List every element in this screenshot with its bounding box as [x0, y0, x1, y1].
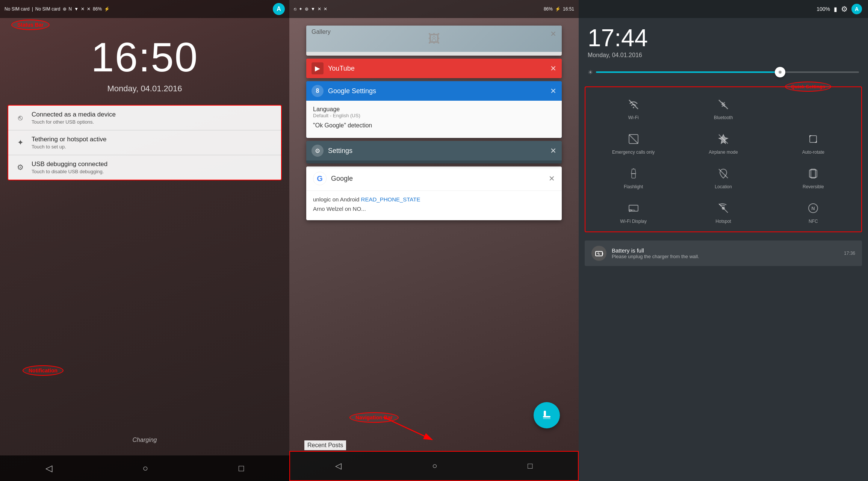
recent2-icon[interactable]: □	[528, 461, 532, 471]
location-qs-icon	[716, 166, 731, 181]
settings-close-btn[interactable]: ✕	[550, 146, 556, 155]
charge-icon: ⚡	[104, 6, 110, 12]
svg-rect-13	[632, 174, 635, 178]
qs-emergency-label: Emergency calls only	[612, 150, 655, 155]
svg-line-9	[629, 135, 638, 144]
youtube-card[interactable]: ▶ YouTube ✕	[306, 59, 562, 78]
quick-settings-panel: 100% ▮ ⚙ A 17:44 Monday, 04.01.2016 ☀ ✶ …	[579, 0, 868, 481]
user-avatar[interactable]: A	[273, 3, 285, 15]
google-card-close-btn[interactable]: ✕	[549, 174, 555, 183]
qs-flashlight-label: Flashlight	[624, 184, 643, 189]
googlesettings-close-btn[interactable]: ✕	[550, 86, 556, 95]
qs-airplane-label: Airplane mode	[709, 150, 738, 155]
settings-gear-icon[interactable]: ⚙	[841, 5, 848, 14]
recent-posts-label: Recent Posts	[304, 440, 346, 450]
signal-icon: ✕	[81, 6, 85, 12]
settings-card[interactable]: ⚙ Settings ✕	[306, 141, 562, 163]
usb-status-icon: ⎋	[294, 6, 296, 12]
brightness-thumb[interactable]: ✶	[775, 67, 785, 77]
flashlight-qs-icon	[626, 166, 641, 181]
qs-location[interactable]: Location	[679, 160, 767, 193]
notif-usb[interactable]: ⎋ Connected as a media device Touch for …	[8, 106, 281, 130]
bt2-icon: ✦	[299, 6, 302, 12]
svg-line-7	[719, 100, 728, 109]
google-card-header: G Google ✕	[306, 166, 562, 191]
cast-qs-icon	[626, 201, 641, 216]
qs-wifi[interactable]: Wi-Fi	[589, 91, 677, 124]
google-card[interactable]: G Google ✕ unlogic on Android READ_PHONE…	[306, 166, 562, 220]
gs-language-sublabel: Default - English (US)	[313, 113, 555, 118]
notif-debug[interactable]: ⚙ USB debugging connected Touch to disab…	[8, 155, 281, 180]
qs-flashlight[interactable]: Flashlight	[589, 160, 677, 193]
youtube-title: YouTube	[328, 65, 355, 73]
googlesettings-title-area: 8 Google Settings	[312, 85, 376, 97]
qs-autorotate[interactable]: Auto-rotate	[769, 126, 857, 159]
qs-bluetooth[interactable]: Bluetooth	[679, 91, 767, 124]
qs-bluetooth-label: Bluetooth	[714, 115, 733, 120]
qs-location-label: Location	[715, 184, 732, 189]
qs-hotspot-label: Hotspot	[715, 219, 731, 224]
recent-apps-panel: ⎋ ✦ ⊛ ▼ ✕ ✕ 86% ⚡ 16:51 🖼 ✕ Gallery	[289, 0, 579, 481]
status-time: 16:51	[563, 6, 574, 12]
bt-qs-icon	[716, 97, 731, 112]
lock-screen-panel: No SIM card | No SIM card ⊛ N ▼ ✕ ✕ 86% …	[0, 0, 289, 481]
svg-rect-17	[811, 169, 815, 178]
sim2-text: No SIM card	[35, 6, 60, 12]
battery-notification[interactable]: Battery is full Please unplug the charge…	[585, 240, 862, 266]
qs-nfc[interactable]: N NFC	[769, 195, 857, 228]
battery3-text: 100%	[817, 6, 830, 12]
svg-rect-18	[629, 205, 638, 211]
qs-time: 17:44	[588, 24, 859, 52]
fab-button[interactable]	[534, 402, 560, 428]
qs-airplane[interactable]: Airplane mode	[679, 126, 767, 159]
battery-notif-title: Battery is full	[612, 247, 839, 254]
notif-usb-title: Connected as a media device	[32, 111, 116, 118]
navbar-annotation: Navigation Bar	[349, 412, 399, 423]
quick-settings-annotation: Quick Settings	[785, 82, 831, 92]
time-display3: 17:44 Monday, 04.01.2016	[579, 18, 868, 62]
qs-reversible[interactable]: Reversible	[769, 160, 857, 193]
brightness-slider[interactable]: ☀ ✶	[588, 65, 859, 79]
status-bar2: ⎋ ✦ ⊛ ▼ ✕ ✕ 86% ⚡ 16:51	[289, 0, 579, 18]
youtube-close-btn[interactable]: ✕	[550, 64, 556, 73]
home-icon[interactable]: ○	[143, 463, 148, 473]
usb-icon: ⎋	[15, 112, 26, 123]
google-item1-text: unlogic on Android	[313, 196, 361, 203]
qs-hotspot[interactable]: Hotspot	[679, 195, 767, 228]
google-card-title: Google	[331, 175, 353, 183]
qs-emergency[interactable]: Emergency calls only	[589, 126, 677, 159]
gallery-card[interactable]: 🖼 ✕ Gallery	[306, 26, 562, 56]
reversible-qs-icon	[806, 166, 821, 181]
settings-title: Settings	[328, 147, 352, 155]
back-icon[interactable]: ◁	[45, 463, 52, 473]
qs-wifidisplay[interactable]: Wi-Fi Display	[589, 195, 677, 228]
user-avatar3[interactable]: A	[851, 4, 862, 14]
qs-empty1	[769, 91, 857, 124]
svg-rect-0	[544, 411, 546, 416]
qs-reversible-label: Reversible	[803, 184, 824, 189]
notif-usb-text: Connected as a media device Touch for ot…	[32, 111, 116, 125]
notif-tethering-title: Tethering or hotspot active	[32, 136, 106, 143]
nfc-icon: N	[69, 6, 72, 12]
google-item1-link[interactable]: READ_PHONE_STATE	[361, 196, 420, 203]
gallery-close-btn[interactable]: ✕	[550, 30, 556, 38]
sim-divider: |	[32, 6, 33, 12]
navigation-bar-label: Navigation Bar	[349, 412, 399, 423]
signal2-icon: ✕	[87, 6, 91, 12]
settings-icon: ⚙	[315, 147, 320, 154]
lock-nav-bar: ◁ ○ □	[0, 455, 289, 481]
gallery-thumb: 🖼	[306, 26, 562, 52]
airplane-qs-icon	[716, 132, 731, 147]
battery2-pct: 86%	[544, 6, 553, 12]
home2-icon[interactable]: ○	[432, 461, 437, 471]
brightness-track[interactable]: ✶	[596, 71, 859, 73]
googlesettings-card[interactable]: 8 Google Settings ✕ Language Default - E…	[306, 81, 562, 138]
battery-pct: 86%	[93, 6, 102, 12]
sim1-text: No SIM card	[5, 6, 30, 12]
notif-tethering[interactable]: ✦ Tethering or hotspot active Touch to s…	[8, 130, 281, 155]
recent-icon[interactable]: □	[239, 463, 244, 473]
back2-icon[interactable]: ◁	[335, 461, 342, 471]
bt3-icon: ⊛	[305, 6, 308, 12]
lock-date: Monday, 04.01.2016	[0, 84, 289, 94]
googlesettings-content: Language Default - English (US) "Ok Goog…	[306, 101, 562, 138]
